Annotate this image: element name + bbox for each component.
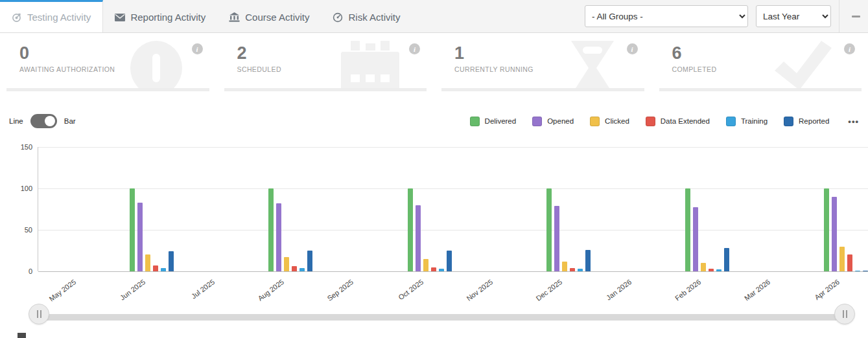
range-handle-right[interactable] [834,304,855,324]
envelope-icon [115,14,125,21]
bar-data-extended [709,269,714,271]
grip-icon [843,310,844,318]
bar-clicked [145,254,150,271]
bar-delivered [268,188,274,271]
legend-label: Opened [547,117,574,125]
bar-delivered [824,188,829,271]
bar-delivered [546,188,552,271]
bar-clicked [423,259,428,271]
bar-opened [832,197,837,271]
bar-reported [169,251,174,271]
bar-reported [447,251,452,271]
bar-opened [137,203,143,271]
tab-course-activity[interactable]: Course Activity [217,0,321,32]
bar-data-extended [847,254,852,271]
legend-item-delivered[interactable]: Delivered [470,117,517,126]
stat-card-currently-running: 1CURRENTLY RUNNINGi [441,39,644,91]
bar-opened [554,206,559,271]
toggle-knob [45,116,55,126]
bar-clicked [562,262,567,271]
y-axis-tick-label: 50 [0,226,32,234]
tab-label: Risk Activity [348,12,400,23]
activity-bar-chart: 050100150May 2025Jun 2025Jul 2025Aug 202… [0,142,868,302]
legend-item-data-extended[interactable]: Data Extended [646,117,710,126]
group-filter-select[interactable]: - All Groups - [585,5,748,27]
bottom-left-artifact [18,333,26,338]
bar-training [578,269,583,271]
bar-data-extended [431,267,436,271]
legend-item-clicked[interactable]: Clicked [590,117,629,126]
hourglass-watermark-icon [568,41,617,91]
legend-items: DeliveredOpenedClickedData ExtendedTrain… [470,117,830,126]
line-bar-toggle[interactable] [30,114,57,128]
gauge-watermark-icon [130,41,182,91]
gridline-150 [38,147,868,148]
bar-reported [585,250,591,271]
gridline-0 [38,271,868,272]
bar-delivered [130,188,135,271]
gridline-100 [38,188,868,189]
grip-icon [37,310,38,318]
legend-item-training[interactable]: Training [726,117,768,126]
calendar-watermark-icon [341,41,399,91]
tab-risk-activity[interactable]: Risk Activity [321,0,412,32]
bar-training [855,271,860,271]
info-icon[interactable]: i [192,43,203,54]
y-axis-tick-label: 100 [0,185,32,192]
checkmark-watermark-icon [772,41,834,91]
stat-card-completed: 6COMPLETEDi [659,39,862,91]
bar-training [439,269,444,271]
bar-data-extended [153,265,158,271]
y-axis-tick-label: 150 [0,143,32,151]
legend-label: Clicked [605,117,629,125]
bar-reported [863,271,868,271]
tab-label: Reporting Activity [130,12,205,23]
info-icon[interactable]: i [627,43,638,54]
bar-data-extended [292,266,297,271]
gridline-50 [38,230,868,231]
range-slider-track[interactable] [39,314,843,321]
header-tabs-bar: Testing ActivityReporting ActivityCourse… [0,0,868,33]
target-icon [12,12,22,23]
legend-swatch [646,117,655,126]
legend-item-reported[interactable]: Reported [784,117,829,126]
legend-more-button[interactable]: ••• [848,117,859,126]
period-filter-select[interactable]: Last Year [756,5,831,27]
bar-training [299,268,305,271]
tab-label: Course Activity [245,12,309,23]
info-icon[interactable]: i [409,43,420,54]
tab-testing-activity[interactable]: Testing Activity [0,0,103,32]
stats-row: 0AWAITING AUTHORIZATIONi2SCHEDULEDi1CURR… [0,39,868,91]
bar-opened [416,205,421,271]
collapse-panel-button[interactable] [847,5,864,27]
bar-delivered [685,188,690,271]
chart-range-slider [0,303,868,332]
bar-data-extended [570,268,575,271]
bar-training [716,269,721,271]
grip-icon [40,310,41,318]
tab-reporting-activity[interactable]: Reporting Activity [103,0,217,32]
stat-card-awaiting-authorization: 0AWAITING AUTHORIZATIONi [6,39,209,91]
gauge-icon [333,12,343,23]
bar-clicked [284,257,289,271]
bar-opened [276,203,281,271]
legend-item-opened[interactable]: Opened [532,117,574,126]
legend-swatch [470,117,480,126]
legend-swatch [590,117,600,126]
header-filters: - All Groups - Last Year [585,0,868,32]
info-icon[interactable]: i [844,43,855,54]
legend-label: Training [741,117,768,125]
bar-clicked [839,247,845,271]
range-handle-left[interactable] [29,304,49,324]
plot-area [38,147,868,271]
bar-clicked [701,263,706,271]
bar-delivered [408,188,413,271]
tab-label: Testing Activity [27,12,91,23]
bar-training [161,268,166,271]
chart-legend: DeliveredOpenedClickedData ExtendedTrain… [470,117,859,126]
legend-swatch [532,117,542,126]
bar-opened [693,207,698,271]
tab-list: Testing ActivityReporting ActivityCourse… [0,0,412,32]
legend-label: Reported [799,117,829,125]
minus-icon [852,16,860,17]
